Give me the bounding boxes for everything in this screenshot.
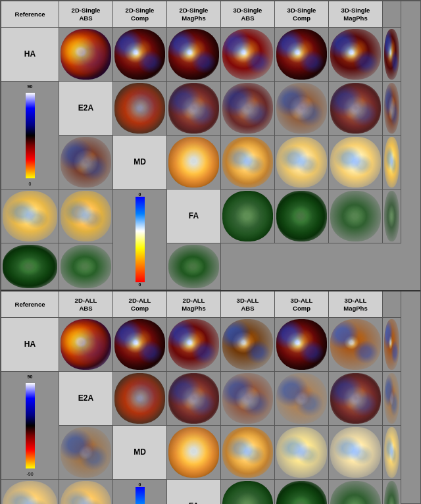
top-header-3d-single-comp: 3D-SingleComp — [275, 1, 329, 28]
brain-image — [61, 137, 111, 188]
brain-image — [168, 319, 219, 370]
brain-image — [222, 137, 273, 188]
colorbar-label-90-bottom: 90 — [28, 374, 33, 379]
top-ha-reference — [59, 28, 113, 82]
brain-image — [384, 373, 399, 424]
colorbar-header-top — [383, 1, 401, 28]
svg-rect-1 — [136, 197, 145, 282]
bottom-e2a-reference — [113, 372, 167, 426]
top-e2a-3d-single-comp — [383, 82, 401, 136]
top-fa-2d-single-magphs — [383, 189, 401, 243]
brain-image — [276, 137, 327, 188]
brain-image — [61, 245, 111, 288]
colorbar-svg-2 — [136, 197, 145, 282]
bottom-md-3d-all-magphs — [59, 480, 113, 504]
colorbar-svg — [26, 93, 35, 178]
bottom-header-3d-all-abs: 3D-ALLABS — [221, 291, 275, 318]
colorbar-label-neg90-bottom: -90 — [26, 472, 33, 476]
top-md-2d-single-magphs — [329, 136, 383, 189]
top-e2a-3d-single-abs — [329, 82, 383, 136]
brain-image — [330, 191, 381, 241]
brain-image — [222, 481, 273, 504]
bottom-header-2d-all-comp: 2D-ALLComp — [113, 291, 167, 318]
brain-image — [168, 373, 219, 424]
brain-image — [222, 29, 273, 80]
bottom-fa-2d-all-abs — [275, 480, 329, 504]
top-md-3d-single-comp — [1, 189, 59, 243]
top-e2a-2d-single-comp — [221, 82, 275, 136]
top-grid: Reference 2D-SingleABS 2D-SingleComp 2D-… — [1, 1, 420, 290]
brain-image — [330, 319, 381, 370]
top-e2a-2d-single-abs — [167, 82, 221, 136]
brain-image — [276, 29, 327, 80]
brain-image — [114, 83, 165, 134]
top-row-label-ha: HA — [1, 28, 59, 82]
bottom-e2a-3d-all-abs — [329, 372, 383, 426]
top-e2a-2d-single-magphs — [275, 82, 329, 136]
top-fa-reference — [221, 189, 275, 243]
brain-image — [3, 191, 57, 241]
brain-image — [61, 427, 111, 478]
brain-image — [384, 29, 399, 80]
bottom-row-label-e2a: E2A — [59, 372, 113, 426]
colorbar-bottom-ha-e2a: 90 — [1, 372, 59, 480]
brain-image — [61, 481, 111, 504]
bottom-header-2d-all-magphs: 2D-ALLMagPhs — [167, 291, 221, 318]
brain-image — [384, 481, 399, 504]
brain-image — [330, 137, 381, 188]
colorbar-svg-4 — [136, 487, 145, 504]
brain-image — [61, 29, 111, 80]
colorbar-label-90: 90 — [28, 84, 33, 89]
brain-image — [114, 373, 165, 424]
brain-image — [222, 191, 273, 241]
top-ha-3d-single-comp — [329, 28, 383, 82]
brain-image — [168, 83, 219, 134]
bottom-ha-3d-all-comp — [329, 318, 383, 372]
brain-image — [384, 191, 399, 241]
bottom-md-3d-all-comp — [1, 480, 59, 504]
top-fa-3d-single-comp — [59, 243, 113, 290]
colorbar-bottom-md-fa: 0 0 — [113, 480, 167, 504]
brain-image — [384, 137, 399, 188]
bottom-md-2d-all-comp — [275, 426, 329, 480]
top-ha-3d-single-magphs — [383, 28, 401, 82]
brain-image — [384, 83, 399, 134]
brain-image — [114, 29, 165, 80]
bottom-md-2d-all-abs — [221, 426, 275, 480]
top-fa-3d-single-abs — [1, 243, 59, 290]
brain-image — [168, 29, 219, 80]
brain-image — [330, 29, 381, 80]
svg-rect-2 — [26, 383, 35, 468]
top-row-label-fa: FA — [167, 189, 221, 243]
brain-image — [222, 319, 273, 370]
bottom-fa-reference — [221, 480, 275, 504]
top-header-2d-single-comp: 2D-SingleComp — [113, 1, 167, 28]
colorbar-header-bottom — [383, 291, 401, 318]
top-md-reference — [167, 136, 221, 189]
brain-image — [276, 319, 327, 370]
bottom-e2a-3d-all-magphs — [59, 426, 113, 480]
top-md-3d-single-magphs — [59, 189, 113, 243]
colorbar-label-0-top: 0 — [29, 182, 32, 186]
top-row-label-e2a: E2A — [59, 82, 113, 136]
bottom-e2a-2d-all-abs — [167, 372, 221, 426]
bottom-ha-2d-all-magphs — [221, 318, 275, 372]
top-ha-2d-single-magphs — [221, 28, 275, 82]
brain-image — [330, 83, 381, 134]
brain-image — [330, 427, 381, 478]
bottom-e2a-3d-all-comp — [383, 372, 401, 426]
brain-image — [330, 373, 381, 424]
brain-image — [222, 373, 273, 424]
brain-image — [61, 191, 111, 241]
svg-rect-3 — [136, 487, 145, 504]
svg-rect-0 — [26, 93, 35, 178]
bottom-row-label-md: MD — [113, 426, 167, 480]
bottom-e2a-2d-all-magphs — [275, 372, 329, 426]
brain-image — [168, 427, 219, 478]
main-container: Reference 2D-SingleABS 2D-SingleComp 2D-… — [0, 0, 421, 504]
top-header-3d-single-magphs: 3D-SingleMagPhs — [329, 1, 383, 28]
bottom-md-3d-all-abs — [383, 426, 401, 480]
bottom-row-label-ha: HA — [1, 318, 59, 372]
brain-image — [222, 427, 273, 478]
brain-image — [330, 481, 381, 504]
